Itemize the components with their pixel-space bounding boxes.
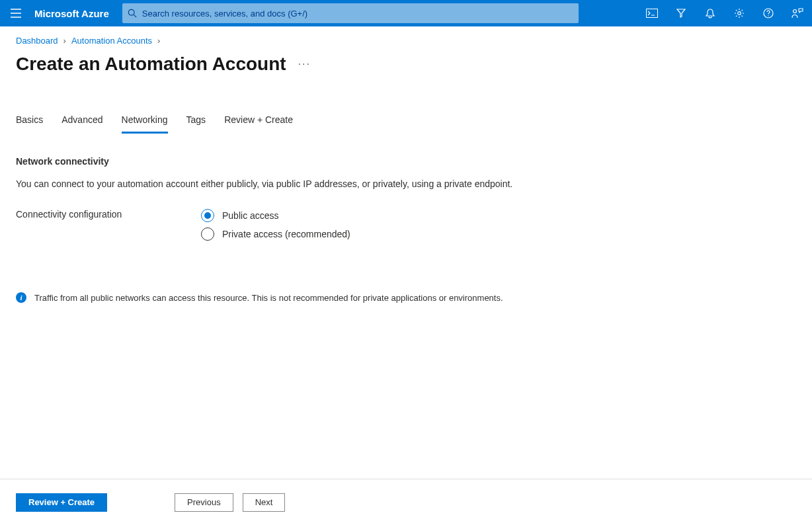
next-button[interactable]: Next (243, 493, 286, 512)
search-wrap (122, 3, 579, 23)
svg-rect-2 (647, 9, 658, 18)
chevron-right-icon: › (157, 36, 160, 46)
tab-tags[interactable]: Tags (186, 114, 206, 134)
review-create-button[interactable]: Review + Create (16, 493, 107, 512)
more-button[interactable]: ··· (298, 58, 311, 70)
radio-selected-icon (201, 209, 214, 222)
svg-point-0 (128, 9, 134, 15)
radio-private-label: Private access (recommended) (222, 229, 350, 239)
section-description: You can connect to your automation accou… (16, 179, 796, 189)
section-title: Network connectivity (16, 156, 796, 167)
notifications-button[interactable] (696, 0, 725, 26)
breadcrumb-automation-accounts[interactable]: Automation Accounts (71, 36, 152, 46)
title-row: Create an Automation Account ··· (16, 54, 796, 75)
radio-public-access[interactable]: Public access (201, 209, 796, 222)
top-icons (637, 0, 812, 26)
info-text: Traffic from all public networks can acc… (34, 293, 503, 303)
chevron-right-icon: › (63, 36, 66, 46)
connectivity-field: Connectivity configuration Public access… (16, 209, 796, 246)
breadcrumb: Dashboard › Automation Accounts › (16, 36, 796, 46)
svg-point-3 (738, 12, 741, 15)
tab-basics[interactable]: Basics (16, 114, 43, 134)
svg-point-6 (793, 10, 797, 13)
search-box[interactable] (122, 3, 579, 23)
filter-icon (676, 8, 686, 19)
hamburger-icon (11, 9, 21, 18)
gear-icon (734, 8, 745, 19)
previous-button[interactable]: Previous (175, 493, 233, 512)
bell-icon (705, 8, 715, 19)
tab-advanced[interactable]: Advanced (61, 114, 102, 134)
search-icon (128, 9, 137, 18)
svg-line-1 (134, 15, 136, 17)
menu-button[interactable] (0, 9, 32, 18)
page-title: Create an Automation Account (16, 54, 286, 75)
radio-unselected-icon (201, 227, 214, 241)
help-icon (763, 8, 774, 19)
help-button[interactable] (754, 0, 783, 26)
directories-button[interactable] (667, 0, 696, 26)
breadcrumb-dashboard[interactable]: Dashboard (16, 36, 58, 46)
feedback-button[interactable] (783, 0, 812, 26)
wizard-footer: Review + Create Previous Next (0, 479, 812, 525)
top-bar: Microsoft Azure (0, 0, 812, 26)
tab-networking[interactable]: Networking (122, 114, 168, 134)
page-body: Dashboard › Automation Accounts › Create… (0, 26, 812, 479)
brand-label: Microsoft Azure (32, 8, 122, 19)
info-icon: i (16, 292, 26, 303)
svg-point-5 (768, 15, 768, 16)
tab-review-create[interactable]: Review + Create (224, 114, 293, 134)
cloud-shell-button[interactable] (637, 0, 667, 26)
cloud-shell-icon (646, 9, 658, 18)
radio-private-access[interactable]: Private access (recommended) (201, 227, 796, 241)
search-input[interactable] (137, 9, 573, 19)
info-banner: i Traffic from all public networks can a… (16, 292, 796, 303)
radio-public-label: Public access (222, 210, 279, 221)
settings-button[interactable] (725, 0, 754, 26)
connectivity-options: Public access Private access (recommende… (201, 209, 796, 246)
tab-bar: Basics Advanced Networking Tags Review +… (16, 114, 796, 134)
person-feedback-icon (792, 8, 803, 19)
connectivity-label: Connectivity configuration (16, 209, 201, 246)
